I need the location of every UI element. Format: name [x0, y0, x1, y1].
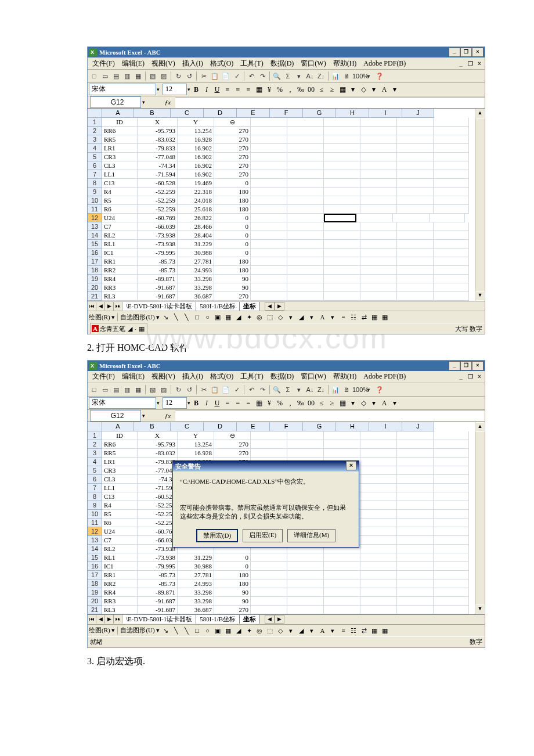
cell[interactable]: RL1	[102, 553, 138, 562]
format-icon[interactable]: ≡	[222, 84, 233, 95]
cell[interactable]	[360, 431, 397, 440]
cell[interactable]: 24.993	[178, 579, 214, 588]
cell[interactable]: RL1	[102, 240, 138, 249]
cell[interactable]: C13	[102, 179, 138, 188]
cell[interactable]	[287, 214, 324, 222]
cell[interactable]	[324, 449, 360, 458]
cell[interactable]	[397, 222, 434, 231]
cell[interactable]: 36.687	[178, 606, 214, 614]
minimize-button[interactable]: _	[449, 48, 460, 57]
cell[interactable]: -66.039	[138, 222, 178, 231]
cell[interactable]	[360, 519, 397, 527]
cell[interactable]	[397, 449, 434, 458]
cell[interactable]	[287, 196, 324, 205]
cell[interactable]: 90	[214, 283, 251, 292]
spreadsheet-grid[interactable]: ABCDEFGHIJ1IDXY⊖2RR6-95.79313.2542703RR5…	[88, 109, 485, 301]
draw-icon[interactable]: ▾	[286, 312, 295, 322]
cell[interactable]: -73.938	[138, 240, 178, 249]
cell[interactable]: -89.871	[138, 275, 178, 283]
draw-icon[interactable]: ◎	[255, 626, 264, 635]
cell[interactable]	[287, 579, 324, 588]
format-icon[interactable]: ≡	[243, 398, 254, 408]
cell[interactable]	[434, 144, 469, 153]
cell[interactable]	[397, 118, 434, 127]
tab-nav[interactable]: ⏭	[114, 302, 122, 311]
toolbar-icon[interactable]: 📄	[221, 71, 231, 81]
cell[interactable]: 19.469	[178, 179, 214, 188]
cell[interactable]: 24.993	[178, 266, 214, 275]
draw-icon[interactable]: ◇	[276, 626, 285, 635]
cell[interactable]: -66.039	[138, 536, 178, 545]
format-icon[interactable]: ≥	[327, 84, 337, 95]
cell[interactable]: -89.871	[138, 588, 178, 597]
cell[interactable]	[360, 510, 397, 519]
cell[interactable]	[324, 196, 360, 205]
cell[interactable]: 30.988	[178, 249, 214, 257]
column-header[interactable]: E	[237, 109, 270, 118]
cell[interactable]: -79.995	[138, 249, 178, 257]
cell[interactable]: 180	[214, 205, 251, 214]
cell[interactable]: -85.73	[138, 579, 178, 588]
formula-input[interactable]	[175, 97, 485, 108]
toolbar-icon[interactable]: ↷	[257, 71, 268, 81]
cell[interactable]: -60.528	[138, 179, 178, 188]
format-icon[interactable]: ,	[285, 84, 295, 95]
cell[interactable]	[397, 527, 434, 536]
format-icon[interactable]: I	[201, 84, 212, 95]
cell[interactable]	[287, 205, 324, 214]
cell[interactable]	[251, 161, 287, 170]
draw-icon[interactable]: ▾	[307, 626, 316, 635]
menu-item[interactable]: 格式(O)	[207, 57, 237, 70]
draw-icon[interactable]: ╲	[182, 626, 191, 635]
cell[interactable]	[434, 161, 469, 170]
cell[interactable]	[360, 188, 397, 196]
cell[interactable]: -52.259	[138, 196, 178, 205]
cell[interactable]	[251, 231, 287, 240]
draw-icon[interactable]: ◎	[255, 312, 264, 322]
cell[interactable]	[360, 449, 397, 458]
cell[interactable]	[324, 214, 356, 222]
toolbar-icon[interactable]: 📋	[210, 384, 220, 395]
cell[interactable]: 16.928	[178, 449, 214, 458]
cell[interactable]: -79.833	[138, 144, 178, 153]
toolbar-icon[interactable]: ▨	[158, 71, 169, 81]
draw-icon[interactable]: ☷	[349, 626, 358, 635]
cell[interactable]: 0	[214, 553, 251, 562]
cell[interactable]	[434, 196, 469, 205]
format-icon[interactable]: ▦	[254, 398, 264, 408]
cell[interactable]: 180	[214, 266, 251, 275]
menu-item[interactable]: 格式(O)	[207, 370, 237, 383]
doc-close[interactable]: ×	[475, 60, 484, 67]
cell[interactable]	[360, 501, 397, 510]
cell[interactable]	[324, 440, 360, 449]
cell[interactable]: 180	[214, 579, 251, 588]
cell[interactable]	[251, 431, 287, 440]
cell[interactable]: 270	[214, 170, 251, 179]
maximize-button[interactable]: ❐	[460, 361, 472, 370]
menubar[interactable]: 文件(F)编辑(E)视图(V)插入(I)格式(O)工具(T)数据(D)窗口(W)…	[88, 57, 485, 70]
draw-menu[interactable]: 绘图(R) ▾	[89, 313, 115, 322]
cell[interactable]: -83.032	[138, 449, 178, 458]
dialog-titlebar[interactable]: 安全警告 ×	[173, 461, 359, 471]
format-icon[interactable]: ▦	[337, 84, 348, 95]
cell[interactable]	[251, 127, 287, 135]
tab-nav[interactable]: ◀	[96, 302, 105, 311]
cell[interactable]: 180	[214, 188, 251, 196]
cell[interactable]	[251, 153, 287, 161]
cell[interactable]: 270	[214, 127, 251, 135]
cell[interactable]	[397, 475, 434, 484]
cell[interactable]	[397, 240, 434, 249]
cell[interactable]: 270	[214, 440, 251, 449]
toolbar-icon[interactable]: ✓	[232, 384, 242, 395]
cell[interactable]	[251, 240, 287, 249]
cell[interactable]	[324, 188, 360, 196]
cell[interactable]: 26.822	[178, 214, 214, 222]
toolbar-icon[interactable]: ↺	[184, 384, 194, 395]
draw-icon[interactable]: ▣	[213, 626, 222, 635]
toolbar-icon[interactable]: ❓	[374, 384, 385, 395]
cell[interactable]: -79.995	[138, 562, 178, 571]
toolbar-icon[interactable]: ▧	[147, 384, 158, 395]
cell[interactable]	[434, 545, 469, 553]
sheet-tab[interactable]: 坐标	[240, 302, 260, 311]
toolbar-icon[interactable]: Σ	[283, 71, 293, 81]
